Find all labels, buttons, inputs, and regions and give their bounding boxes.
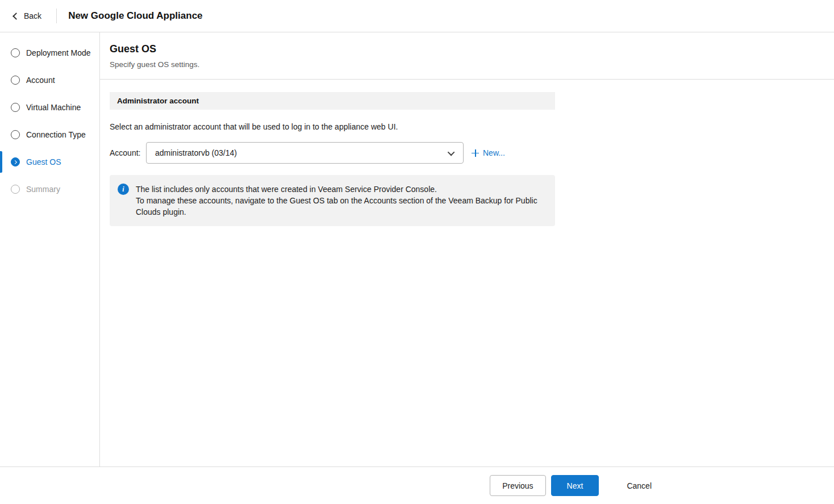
info-text-line2: To manage these accounts, navigate to th… xyxy=(136,195,540,218)
sidebar-item-account[interactable]: Account xyxy=(0,66,99,94)
info-icon: i xyxy=(118,184,129,195)
account-select[interactable]: administratorvb (03/14) xyxy=(146,142,464,164)
section-description: Select an administrator account that wil… xyxy=(110,122,820,131)
sidebar-item-label: Account xyxy=(26,76,55,85)
sidebar-item-virtual-machine[interactable]: Virtual Machine xyxy=(0,94,99,121)
previous-button[interactable]: Previous xyxy=(490,475,545,496)
step-title: Guest OS xyxy=(110,43,820,55)
chevron-left-icon xyxy=(12,13,20,20)
step-body: Administrator account Select an administ… xyxy=(100,80,834,226)
plus-icon xyxy=(472,149,479,157)
back-button[interactable]: Back xyxy=(0,0,56,32)
page-title: New Google Cloud Appliance xyxy=(68,10,202,22)
sidebar-item-label: Summary xyxy=(26,185,60,194)
info-text: The list includes only accounts that wer… xyxy=(136,184,540,218)
chevron-right-icon xyxy=(12,160,16,164)
account-select-value: administratorvb (03/14) xyxy=(155,148,237,157)
step-circle-icon xyxy=(11,76,20,85)
step-current-icon xyxy=(11,157,20,166)
back-label: Back xyxy=(24,11,41,20)
next-button[interactable]: Next xyxy=(551,475,599,496)
wizard-footer: Previous Next Cancel xyxy=(0,466,834,504)
account-row: Account: administratorvb (03/14) New... xyxy=(110,142,820,164)
new-account-button[interactable]: New... xyxy=(472,148,505,157)
sidebar-item-connection-type[interactable]: Connection Type xyxy=(0,121,99,148)
step-circle-icon xyxy=(11,48,20,57)
info-text-line1: The list includes only accounts that wer… xyxy=(136,184,540,195)
sidebar-item-label: Connection Type xyxy=(26,130,86,139)
wizard-window: Back New Google Cloud Appliance Deployme… xyxy=(0,0,834,504)
section-header-administrator-account: Administrator account xyxy=(110,92,555,110)
wizard-header: Back New Google Cloud Appliance xyxy=(0,0,834,32)
sidebar-item-guest-os[interactable]: Guest OS xyxy=(0,148,99,176)
sidebar-item-deployment-mode[interactable]: Deployment Mode xyxy=(0,39,99,66)
sidebar-item-summary[interactable]: Summary xyxy=(0,176,99,203)
header-divider xyxy=(56,9,57,23)
chevron-down-icon xyxy=(448,148,455,156)
step-circle-icon xyxy=(11,103,20,112)
new-account-label: New... xyxy=(483,148,505,157)
step-subtitle: Specify guest OS settings. xyxy=(110,60,820,69)
step-header: Guest OS Specify guest OS settings. xyxy=(100,32,834,80)
info-box: i The list includes only accounts that w… xyxy=(110,175,555,226)
step-circle-icon xyxy=(11,130,20,139)
sidebar-item-label: Virtual Machine xyxy=(26,103,81,112)
wizard-main-panel: Guest OS Specify guest OS settings. Admi… xyxy=(100,32,834,466)
active-step-indicator xyxy=(0,151,2,173)
sidebar-item-label: Guest OS xyxy=(26,157,61,166)
account-label: Account: xyxy=(110,148,146,157)
wizard-steps-sidebar: Deployment Mode Account Virtual Machine … xyxy=(0,32,100,466)
step-circle-icon xyxy=(11,185,20,194)
cancel-button[interactable]: Cancel xyxy=(615,475,664,496)
sidebar-item-label: Deployment Mode xyxy=(26,48,91,57)
